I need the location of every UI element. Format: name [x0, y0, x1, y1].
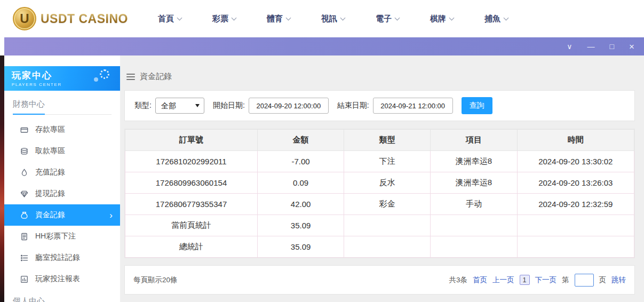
start-date-input[interactable] — [249, 98, 329, 114]
table-row: 1726809963060154 0.09 反水 澳洲幸运8 2024-09-2… — [125, 172, 634, 194]
menu-label: HH彩票下注 — [35, 232, 76, 241]
cell-empty — [344, 236, 431, 258]
nav-label: 首頁 — [158, 14, 174, 24]
sidebar-section-personal[interactable]: 個人中心 — [13, 296, 112, 302]
ticket-icon — [20, 233, 28, 241]
chevron-down-icon — [340, 15, 346, 20]
menu-toggle-icon[interactable] — [126, 72, 135, 82]
funds-table: 訂單號 金額 類型 項目 時間 1726810202992011 -7.00 下… — [125, 129, 634, 258]
menu-label: 廳室投註記錄 — [35, 253, 80, 263]
sidebar-item-recharge-records[interactable]: 充值記錄 — [4, 162, 120, 183]
nav-label: 棋牌 — [430, 14, 446, 24]
cell-amount: 42.00 — [258, 194, 344, 215]
table-row-page-total: 當前頁統計 35.09 — [125, 215, 634, 236]
cell-order-no: 1726806779355347 — [125, 194, 258, 215]
players-center-header: 玩家中心 PLAYERS CENTER — [4, 66, 120, 91]
type-select[interactable]: 全部 — [155, 98, 204, 114]
poker-chip-icon — [100, 69, 109, 79]
nav-item-fishing[interactable]: 捕魚 — [484, 14, 508, 24]
cell-type: 彩金 — [344, 194, 431, 215]
page-jump-input[interactable] — [575, 274, 594, 287]
nav-item-live-video[interactable]: 視訊 — [321, 14, 345, 24]
page-background-image — [0, 55, 4, 302]
section-label: 個人中心 — [13, 296, 45, 302]
cell-empty — [344, 215, 431, 236]
nav-item-home[interactable]: 首頁 — [158, 14, 181, 24]
sidebar-item-hall-bet-records[interactable]: 廳室投註記錄 — [4, 247, 120, 268]
table-row: 1726806779355347 42.00 彩金 手动 2024-09-20 … — [125, 194, 634, 215]
nav-label: 捕魚 — [484, 14, 500, 24]
jump-button[interactable]: 跳转 — [611, 275, 626, 285]
sidebar-item-withdraw-area[interactable]: 取款專區 — [4, 140, 120, 162]
prev-page-link[interactable]: 上一页 — [492, 275, 514, 285]
top-navigation-bar: U USDT CASINO 首頁 彩票 體育 視訊 電子 棋牌 捕魚 — [0, 0, 644, 37]
window-collapse-icon[interactable]: ∨ — [567, 43, 572, 50]
page-size-text: 每頁顯示20條 — [133, 275, 178, 285]
nav-item-sports[interactable]: 體育 — [267, 14, 290, 24]
sidebar-item-deposit-area[interactable]: 存款專區 — [4, 119, 120, 140]
first-page-link[interactable]: 首页 — [473, 275, 487, 285]
brand-logo-icon: U — [13, 7, 36, 30]
chevron-right-icon: › — [109, 211, 113, 220]
cell-empty — [517, 236, 634, 258]
chevron-down-icon — [232, 15, 237, 20]
nav-label: 視訊 — [321, 14, 337, 24]
menu-label: 取款專區 — [35, 146, 65, 156]
cell-amount: 0.09 — [258, 172, 344, 194]
end-date-label: 結束日期: — [337, 101, 369, 110]
report-chart-icon — [20, 275, 28, 283]
droplet-icon — [20, 169, 28, 177]
menu-label: 提現記錄 — [35, 189, 65, 198]
total-count-text: 共3条 — [449, 275, 467, 285]
nav-item-lottery[interactable]: 彩票 — [212, 14, 236, 24]
brand-logo[interactable]: U USDT CASINO — [13, 7, 128, 30]
players-center-subtitle: PLAYERS CENTER — [12, 82, 120, 87]
brand-name: USDT CASINO — [41, 12, 128, 26]
cell-empty — [517, 215, 634, 236]
sidebar-item-funds-records[interactable]: 資金記錄 › — [4, 204, 120, 226]
cell-item: 澳洲幸运8 — [431, 172, 517, 194]
window-close-icon[interactable]: × — [629, 42, 634, 51]
cell-amount: 35.09 — [258, 215, 344, 236]
list-icon — [20, 254, 28, 262]
search-button[interactable]: 查詢 — [462, 97, 492, 114]
menu-label: 充值記錄 — [35, 168, 65, 177]
cell-time: 2024-09-20 12:32:59 — [517, 194, 634, 215]
sidebar-section-finance[interactable]: 財務中心 — [13, 99, 112, 115]
sidebar-item-hh-lottery-bets[interactable]: HH彩票下注 — [4, 226, 120, 247]
cell-order-no: 1726810202992011 — [125, 151, 258, 172]
deposit-card-icon — [20, 126, 28, 134]
start-date-label: 開始日期: — [213, 101, 245, 110]
next-page-link[interactable]: 下一页 — [535, 275, 557, 285]
cell-order-no: 1726809963060154 — [125, 172, 258, 194]
chevron-down-icon — [449, 15, 455, 20]
col-header-order-no: 訂單號 — [125, 130, 258, 151]
window-titlebar: ∨ — □ × — [4, 37, 644, 55]
menu-label: 存款專區 — [35, 125, 65, 134]
nav-item-slots[interactable]: 電子 — [376, 14, 399, 24]
jump-prefix-text: 第 — [562, 275, 569, 285]
window-maximize-icon[interactable]: □ — [610, 43, 614, 50]
end-date-input[interactable] — [373, 98, 453, 114]
menu-label: 玩家投注報表 — [35, 274, 80, 284]
window-minimize-icon[interactable]: — — [587, 43, 595, 50]
sidebar: 玩家中心 PLAYERS CENTER 財務中心 存款專區 取款專區 充值記錄 … — [4, 55, 120, 302]
section-label: 財務中心 — [13, 99, 45, 115]
money-bag-icon — [20, 211, 28, 219]
sidebar-item-withdrawal-records[interactable]: 提現記錄 — [4, 183, 120, 204]
funds-table-card: 訂單號 金額 類型 項目 時間 1726810202992011 -7.00 下… — [124, 129, 635, 258]
sidebar-item-player-bet-report[interactable]: 玩家投注報表 — [4, 268, 120, 290]
current-page-badge[interactable]: 1 — [520, 275, 530, 285]
col-header-amount: 金額 — [258, 130, 344, 151]
pagination: 共3条 首页 上一页 1 下一页 第 页 跳转 — [449, 274, 626, 287]
col-header-time: 時間 — [517, 130, 634, 151]
cell-type: 下注 — [344, 151, 431, 172]
main-navigation: 首頁 彩票 體育 視訊 電子 棋牌 捕魚 — [158, 14, 508, 24]
nav-item-chess[interactable]: 棋牌 — [430, 14, 454, 24]
coins-icon — [20, 147, 28, 155]
nav-label: 體育 — [267, 14, 283, 24]
type-select-wrap: 全部 — [155, 98, 204, 114]
cell-time: 2024-09-20 13:26:03 — [517, 172, 634, 194]
jump-suffix-text: 页 — [599, 275, 607, 285]
nav-label: 彩票 — [212, 14, 228, 24]
